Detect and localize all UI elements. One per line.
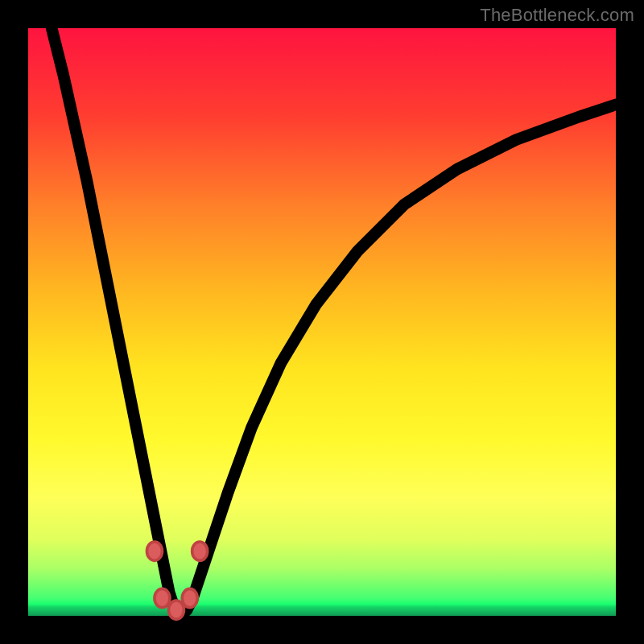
curve-marker [192,542,208,560]
curve-marker [168,601,184,619]
curve-right-branch [181,105,616,616]
curve-marker [155,588,170,607]
bottleneck-curve-svg [28,28,616,616]
curve-marker [182,588,197,607]
watermark-text: TheBottleneck.com [480,5,634,26]
curve-marker [147,542,162,560]
chart-gradient-background [28,28,616,616]
curve-left-branch [52,28,181,616]
